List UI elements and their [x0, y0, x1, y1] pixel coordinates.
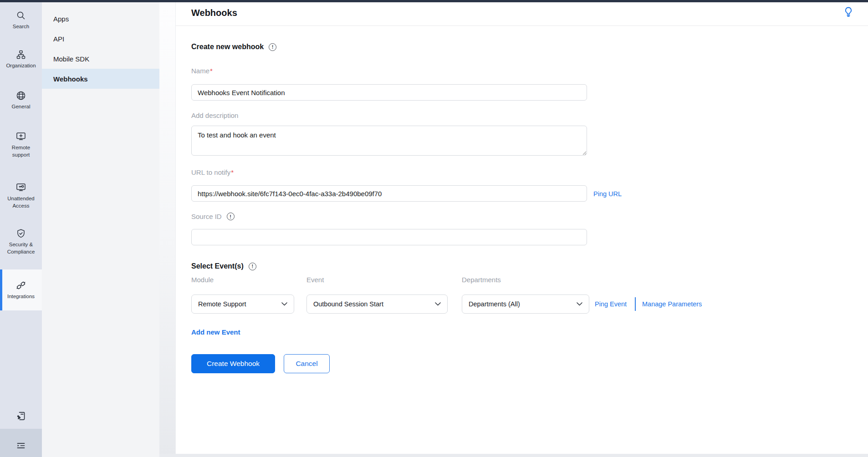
sidebar-item-label: Mobile SDK — [53, 55, 89, 63]
organization-icon — [15, 49, 26, 60]
description-label-text: Add description — [191, 112, 238, 119]
rail-item-organization[interactable]: Organization — [0, 49, 42, 70]
rail-label: Integrations — [3, 293, 39, 300]
event-select-value: Outbound Session Start — [313, 300, 383, 308]
collapse-menu-button[interactable] — [0, 440, 42, 452]
info-icon[interactable] — [227, 213, 235, 220]
name-label-text: Name — [191, 67, 209, 75]
rail-item-unattended-access[interactable]: Unattended Access — [0, 182, 42, 209]
url-label-text: URL to notify — [191, 168, 230, 176]
main-panel: Webhooks Create new webhook Name* Add de… — [175, 2, 868, 457]
sidebar-item-mobile-sdk[interactable]: Mobile SDK — [42, 49, 159, 69]
cancel-button[interactable]: Cancel — [284, 354, 330, 373]
rail-item-general[interactable]: General — [0, 90, 42, 111]
manage-parameters-link[interactable]: Manage Parameters — [642, 300, 702, 308]
unattended-access-icon — [15, 182, 26, 193]
sidebar-item-label: Apps — [53, 15, 69, 23]
select-events-section-title: Select Event(s) — [191, 262, 256, 270]
event-select[interactable]: Outbound Session Start — [306, 295, 448, 314]
tips-button[interactable] — [842, 6, 854, 20]
settings-sidebar: Apps API Mobile SDK Webhooks — [42, 2, 159, 457]
lightbulb-icon — [842, 6, 854, 18]
info-icon[interactable] — [249, 263, 256, 270]
module-select[interactable]: Remote Support — [191, 295, 294, 314]
source-id-label-text: Source ID — [191, 213, 222, 220]
chevron-down-icon — [281, 302, 287, 306]
event-label: Event — [306, 276, 324, 284]
feedback-button[interactable] — [0, 410, 42, 422]
remote-support-icon — [15, 131, 26, 142]
module-label-text: Module — [191, 276, 214, 284]
event-label-text: Event — [306, 276, 324, 284]
sidebar-item-label: Webhooks — [53, 75, 88, 83]
rail-label: General — [3, 103, 39, 111]
name-label: Name* — [191, 67, 213, 75]
create-webhook-button[interactable]: Create Webhook — [191, 354, 275, 373]
name-input[interactable] — [191, 84, 587, 101]
info-icon[interactable] — [269, 43, 276, 51]
rail-label: Remote support — [3, 144, 39, 158]
rail-item-security-compliance[interactable]: Security & Compliance — [0, 228, 42, 255]
departments-select[interactable]: Departments (All) — [462, 295, 589, 314]
chevron-down-icon — [577, 302, 582, 306]
create-webhook-section-title: Create new webhook — [191, 43, 276, 51]
sidebar-item-webhooks[interactable]: Webhooks — [42, 69, 159, 89]
bottom-strip — [159, 454, 868, 457]
sidebar-item-apps[interactable]: Apps — [42, 9, 159, 29]
collapse-menu-icon — [15, 440, 27, 452]
source-id-label: Source ID — [191, 213, 235, 220]
departments-label: Departments — [462, 276, 501, 284]
required-asterisk: * — [231, 168, 234, 176]
rail-item-integrations[interactable]: Integrations — [0, 269, 42, 310]
page-title: Webhooks — [191, 8, 237, 18]
add-new-event-link[interactable]: Add new Event — [191, 328, 240, 336]
module-label: Module — [191, 276, 214, 284]
required-asterisk: * — [210, 67, 213, 75]
top-accent-bar — [0, 0, 868, 2]
rail-item-search[interactable]: Search — [0, 10, 42, 30]
description-label: Add description — [191, 112, 238, 119]
source-id-input[interactable] — [191, 229, 587, 245]
rail-label: Organization — [3, 62, 39, 70]
shield-check-icon — [15, 228, 26, 239]
url-input[interactable] — [191, 185, 587, 202]
notepad-pencil-icon — [15, 410, 27, 422]
icon-rail: Search Organization General Remote suppo… — [0, 0, 42, 457]
header-divider — [176, 25, 868, 26]
ping-url-link[interactable]: Ping URL — [593, 190, 622, 198]
module-select-value: Remote Support — [198, 300, 246, 308]
description-textarea[interactable]: To test and hook an event — [191, 126, 587, 156]
rail-item-remote-support[interactable]: Remote support — [0, 131, 42, 158]
url-label: URL to notify* — [191, 168, 234, 176]
sidebar-item-label: API — [53, 35, 64, 43]
integrations-plug-icon — [15, 280, 26, 291]
rail-label: Security & Compliance — [3, 241, 39, 255]
rail-label: Search — [3, 23, 39, 30]
departments-label-text: Departments — [462, 276, 501, 284]
section-title-text: Select Event(s) — [191, 262, 244, 270]
globe-icon — [15, 90, 26, 101]
rail-label: Unattended Access — [3, 195, 39, 209]
search-icon — [15, 10, 26, 21]
link-separator — [635, 297, 636, 311]
departments-select-value: Departments (All) — [469, 300, 520, 308]
section-title-text: Create new webhook — [191, 43, 264, 51]
sidebar-gutter — [159, 2, 175, 457]
ping-event-link[interactable]: Ping Event — [595, 300, 627, 308]
chevron-down-icon — [435, 302, 441, 306]
sidebar-item-api[interactable]: API — [42, 29, 159, 49]
